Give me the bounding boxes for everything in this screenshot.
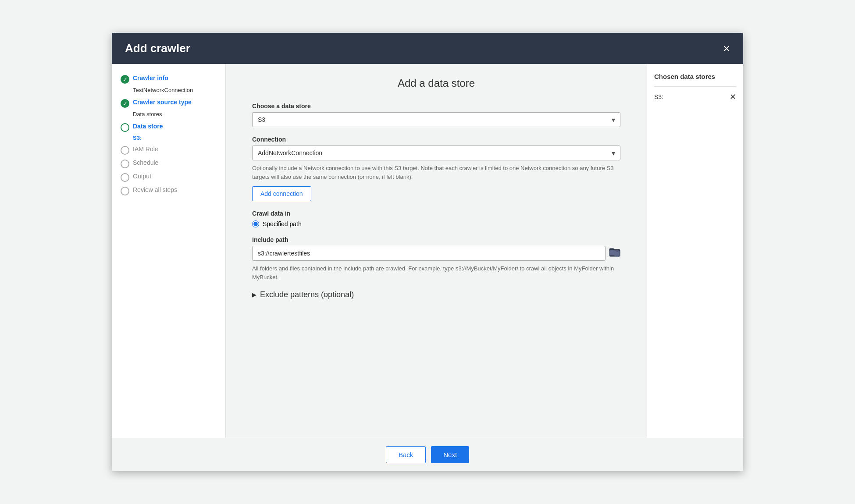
sidebar-item-review[interactable]: Review all steps (121, 186, 217, 195)
sidebar-section-schedule: Schedule (121, 159, 217, 168)
modal-header: Add crawler × (112, 33, 743, 64)
chosen-item-label: S3: (654, 93, 663, 100)
sidebar-icon-data-store (121, 123, 129, 132)
sidebar-sublabel-crawler-info: TestNetworkConnection (121, 86, 217, 94)
crawl-data-label: Crawl data in (252, 210, 620, 217)
connection-select[interactable]: AddNetworkConnection None (252, 146, 620, 160)
crawl-data-section: Crawl data in Specified path (252, 210, 620, 227)
right-panel-title: Chosen data stores (654, 73, 736, 80)
include-path-input[interactable] (252, 246, 606, 261)
right-panel-divider (654, 86, 736, 87)
sidebar-item-source-type[interactable]: ✓ Crawler source type (121, 99, 217, 108)
sidebar-icon-source-type: ✓ (121, 99, 129, 108)
sidebar-item-data-store[interactable]: Data store (121, 123, 217, 132)
data-store-section: Choose a data store S3 JDBC DynamoDB Mon… (252, 103, 620, 127)
radio-specified-path-label: Specified path (263, 220, 302, 227)
sidebar-section-iam-role: IAM Role (121, 146, 217, 155)
sidebar-label-review: Review all steps (133, 186, 177, 193)
sidebar-section-data-store: Data store S3: (121, 123, 217, 141)
sidebar-label-iam-role: IAM Role (133, 146, 158, 153)
connection-section: Connection AddNetworkConnection None Opt… (252, 136, 620, 201)
sidebar-icon-review (121, 187, 129, 195)
connection-select-wrapper: AddNetworkConnection None (252, 146, 620, 160)
sidebar-sublabel-source-type: Data stores (121, 110, 217, 118)
sidebar-section-crawler-info: ✓ Crawler info TestNetworkConnection (121, 75, 217, 94)
modal-title: Add crawler (125, 42, 190, 55)
data-store-select[interactable]: S3 JDBC DynamoDB MongoDB Delta Lake (252, 112, 620, 127)
sidebar-label-crawler-info: Crawler info (133, 75, 168, 82)
data-store-select-wrapper: S3 JDBC DynamoDB MongoDB Delta Lake (252, 112, 620, 127)
sidebar-icon-schedule (121, 160, 129, 168)
sidebar-icon-output (121, 173, 129, 182)
main-title: Add a data store (252, 77, 620, 89)
connection-label: Connection (252, 136, 620, 143)
sidebar-icon-crawler-info: ✓ (121, 75, 129, 84)
next-button[interactable]: Next (431, 446, 469, 463)
sidebar-icon-iam-role (121, 146, 129, 155)
exclude-patterns-section[interactable]: ▶ Exclude patterns (optional) (252, 290, 620, 299)
sidebar-label-schedule: Schedule (133, 159, 158, 166)
sidebar-section-review: Review all steps (121, 186, 217, 195)
sidebar-section-output: Output (121, 173, 217, 182)
sidebar-label-source-type: Crawler source type (133, 99, 192, 106)
sidebar-item-output[interactable]: Output (121, 173, 217, 182)
exclude-patterns-label: Exclude patterns (optional) (260, 290, 354, 299)
include-path-label: Include path (252, 236, 620, 243)
sidebar: ✓ Crawler info TestNetworkConnection ✓ C… (112, 64, 226, 438)
connection-hint: Optionally include a Network connection … (252, 164, 620, 181)
add-connection-button[interactable]: Add connection (252, 186, 311, 201)
sidebar-item-crawler-info[interactable]: ✓ Crawler info (121, 75, 217, 84)
sidebar-item-iam-role[interactable]: IAM Role (121, 146, 217, 155)
sidebar-item-schedule[interactable]: Schedule (121, 159, 217, 168)
main-content: Add a data store Choose a data store S3 … (226, 64, 647, 438)
include-path-wrapper (252, 246, 620, 261)
include-path-section: Include path All folders and files conta… (252, 236, 620, 281)
chosen-item-remove-button[interactable]: ✕ (730, 92, 736, 102)
radio-specified-path: Specified path (252, 220, 620, 227)
sidebar-label-data-store: Data store (133, 123, 163, 130)
modal-body: ✓ Crawler info TestNetworkConnection ✓ C… (112, 64, 743, 438)
sidebar-label-output: Output (133, 173, 151, 180)
sidebar-sublabel-data-store: S3: (121, 135, 217, 141)
exclude-patterns-arrow: ▶ (252, 291, 256, 298)
folder-browse-button[interactable] (609, 246, 620, 260)
modal-close-button[interactable]: × (723, 43, 730, 55)
modal-footer: Back Next (112, 438, 743, 471)
sidebar-section-source-type: ✓ Crawler source type Data stores (121, 99, 217, 118)
right-panel: Chosen data stores S3: ✕ (647, 64, 743, 438)
chosen-data-store-item: S3: ✕ (654, 92, 736, 102)
back-button[interactable]: Back (386, 446, 426, 463)
radio-specified-path-input[interactable] (252, 220, 259, 227)
include-path-hint: All folders and files contained in the i… (252, 264, 620, 281)
add-crawler-modal: Add crawler × ✓ Crawler info TestNetwork… (112, 33, 743, 471)
data-store-label: Choose a data store (252, 103, 620, 110)
